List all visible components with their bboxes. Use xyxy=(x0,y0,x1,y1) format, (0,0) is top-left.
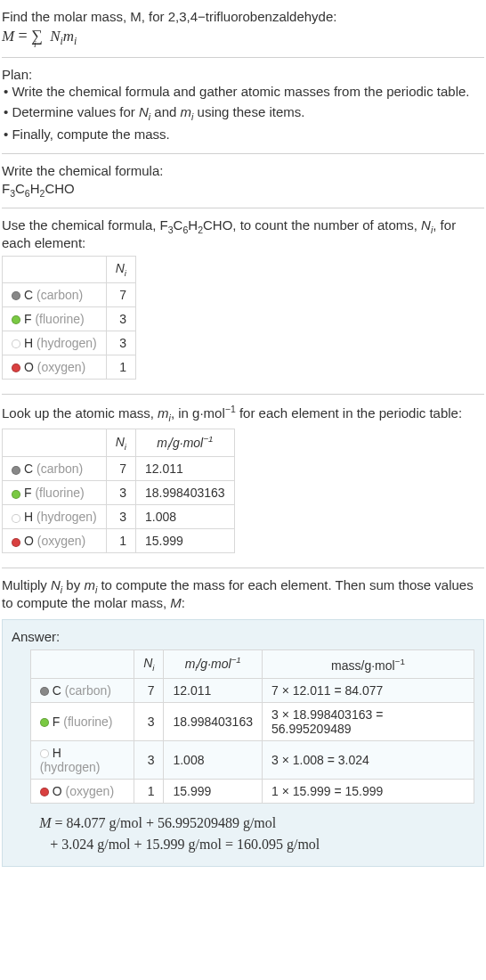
n-cell: 3 xyxy=(134,702,164,740)
plan-mi: mi xyxy=(181,104,194,119)
table-row: C (carbon)712.011 xyxy=(3,457,235,481)
element-dot-icon xyxy=(12,291,20,300)
mul-tb: by xyxy=(62,577,84,592)
element-cell: O (oxygen) xyxy=(3,529,107,553)
plan-bullet-3: • Finally, compute the mass. xyxy=(2,125,484,145)
element-cell: H (hydrogen) xyxy=(3,331,107,355)
element-cell: H (hydrogen) xyxy=(3,505,107,529)
th-mi: mi/g·mol−1 xyxy=(136,429,235,456)
plan-header: Plan: xyxy=(2,67,484,82)
eq-m: M xyxy=(2,28,14,45)
element-cell: C (carbon) xyxy=(30,678,134,702)
th-mass: mass/g·mol−1 xyxy=(262,650,474,678)
count-table: Ni C (carbon)7F (fluorine)3H (hydrogen)3… xyxy=(2,256,136,380)
write-formula-section: Write the chemical formula: F3C6H2CHO xyxy=(2,158,484,204)
answer-box: Answer: Ni mi/g·mol−1 mass/g·mol−1 C (ca… xyxy=(2,619,484,866)
n-cell: 7 xyxy=(106,282,135,306)
n-cell: 1 xyxy=(106,529,135,553)
lookup-section: Look up the atomic mass, mi, in g·mol−1 … xyxy=(2,398,484,564)
n-cell: 3 xyxy=(134,740,164,779)
table-row: H (hydrogen)31.0083 × 1.008 = 3.024 xyxy=(30,740,474,779)
n-cell: 7 xyxy=(106,457,135,481)
m-cell: 12.011 xyxy=(164,678,263,702)
element-cell: O (oxygen) xyxy=(3,355,107,379)
element-cell: H (hydrogen) xyxy=(30,740,134,779)
m-cell: 15.999 xyxy=(164,779,263,803)
element-dot-icon xyxy=(12,339,20,348)
lookup-tb: , in g·mol xyxy=(171,405,225,421)
lookup-table: Ni mi/g·mol−1 C (carbon)712.011F (fluori… xyxy=(2,429,235,553)
mul-ta: Multiply xyxy=(2,577,51,592)
m-cell: 18.998403163 xyxy=(164,702,263,740)
element-cell: F (fluorine) xyxy=(3,306,107,331)
element-dot-icon xyxy=(12,490,20,499)
intro-section: Find the molar mass, M, for 2,3,4−triflu… xyxy=(2,4,484,53)
answer-table: Ni mi/g·mol−1 mass/g·mol−1 C (carbon)712… xyxy=(30,649,474,803)
plan-b2b: and xyxy=(150,104,180,119)
table-row: O (oxygen)1 xyxy=(3,355,136,379)
intro-line1: Find the molar mass, M, for 2,3,4−triflu… xyxy=(2,9,484,24)
mul-td: : xyxy=(182,595,185,610)
mul-mi: mi xyxy=(84,577,97,592)
answer-label: Answer: xyxy=(12,629,474,644)
count-ni: Ni xyxy=(421,217,433,233)
th-ni: Ni xyxy=(106,257,135,283)
mul-M: M xyxy=(170,595,182,610)
th-ni: Ni xyxy=(134,650,164,678)
n-cell: 3 xyxy=(106,331,135,355)
th-blank xyxy=(3,429,107,456)
element-cell: C (carbon) xyxy=(3,457,107,481)
th-blank xyxy=(30,650,134,678)
th-ni: Ni xyxy=(106,429,135,456)
element-cell: F (fluorine) xyxy=(30,702,134,740)
element-dot-icon xyxy=(12,315,20,324)
element-dot-icon xyxy=(40,788,49,796)
count-section: Use the chemical formula, F3C6H2CHO, to … xyxy=(2,212,484,390)
m-cell: 15.999 xyxy=(136,529,235,553)
m-cell: 12.011 xyxy=(136,457,235,481)
element-dot-icon xyxy=(40,749,49,758)
n-cell: 3 xyxy=(106,505,135,529)
eq-sum: = ∑i xyxy=(18,27,43,45)
element-cell: C (carbon) xyxy=(3,282,107,306)
count-ta: Use the chemical formula, xyxy=(2,217,160,233)
eq-nm: Nimi xyxy=(50,28,77,45)
table-row: O (oxygen)115.999 xyxy=(3,529,235,553)
mul-ni: Ni xyxy=(51,577,62,592)
th-blank xyxy=(3,257,107,283)
m-cell: 1.008 xyxy=(136,505,235,529)
table-header-row: Ni mi/g·mol−1 xyxy=(3,429,235,456)
write-formula-header: Write the chemical formula: xyxy=(2,163,484,178)
n-cell: 3 xyxy=(106,306,135,331)
element-dot-icon xyxy=(12,363,20,372)
lookup-mi: mi xyxy=(158,405,171,421)
element-cell: O (oxygen) xyxy=(30,779,134,803)
plan-section: Plan: • Write the chemical formula and g… xyxy=(2,61,484,150)
chemical-formula: F3C6H2CHO xyxy=(2,181,484,199)
table-header-row: Ni xyxy=(3,257,136,283)
table-row: C (carbon)712.0117 × 12.011 = 84.077 xyxy=(30,678,474,702)
n-cell: 1 xyxy=(106,355,135,379)
n-cell: 1 xyxy=(134,779,164,803)
lookup-text: Look up the atomic mass, mi, in g·mol−1 … xyxy=(2,404,484,423)
lookup-tc: for each element in the periodic table: xyxy=(236,405,462,421)
element-cell: F (fluorine) xyxy=(3,481,107,505)
element-dot-icon xyxy=(12,514,20,523)
plan-ni: Ni xyxy=(139,104,150,119)
n-cell: 7 xyxy=(134,678,164,702)
n-cell: 3 xyxy=(106,481,135,505)
plan-bullet-1: • Write the chemical formula and gather … xyxy=(2,82,484,102)
mass-cell: 3 × 1.008 = 3.024 xyxy=(262,740,474,779)
element-dot-icon xyxy=(12,466,20,475)
th-mi: mi/g·mol−1 xyxy=(164,650,263,678)
final-equation: M = 84.077 g/mol + 56.995209489 g/mol + … xyxy=(39,813,474,855)
table-row: H (hydrogen)3 xyxy=(3,331,136,355)
table-row: C (carbon)7 xyxy=(3,282,136,306)
multiply-section: Multiply Ni by mi to compute the mass fo… xyxy=(2,572,484,616)
table-row: H (hydrogen)31.008 xyxy=(3,505,235,529)
mass-cell: 3 × 18.998403163 = 56.995209489 xyxy=(262,702,474,740)
m-cell: 18.998403163 xyxy=(136,481,235,505)
intro-equation: M = ∑i Nimi xyxy=(2,27,484,48)
mass-cell: 7 × 12.011 = 84.077 xyxy=(262,678,474,702)
count-text: Use the chemical formula, F3C6H2CHO, to … xyxy=(2,217,484,250)
